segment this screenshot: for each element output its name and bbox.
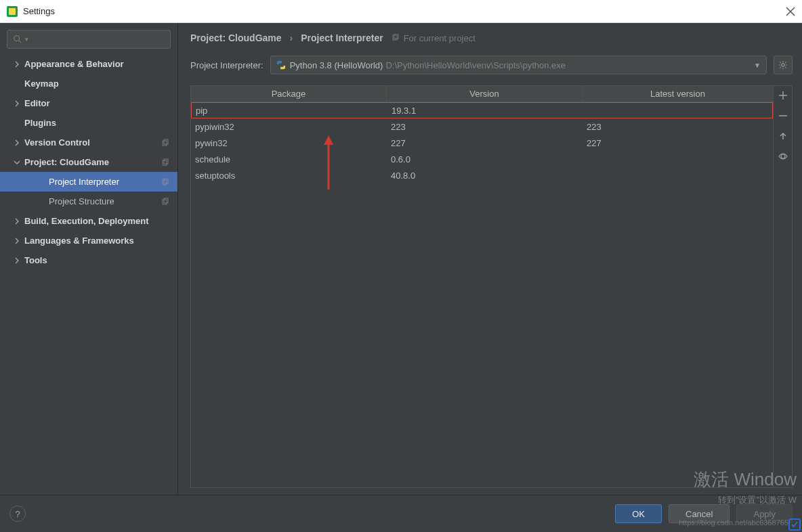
expand-icon: [14, 61, 20, 68]
copy-icon: [161, 139, 169, 147]
expand-icon: [14, 100, 20, 107]
sidebar-item-version-control[interactable]: Version Control: [0, 133, 177, 152]
window-title: Settings: [23, 6, 786, 16]
interpreter-label: Project Interpreter:: [190, 60, 263, 70]
svg-rect-8: [164, 198, 168, 203]
interpreter-name: Python 3.8 (HelloWorld): [290, 60, 383, 70]
interpreter-row: Project Interpreter: Python 3.8 (HelloWo…: [190, 56, 793, 74]
cell-package: pywin32: [191, 135, 387, 151]
titlebar: Settings: [0, 0, 802, 23]
svg-point-0: [14, 36, 20, 41]
cell-version: 0.6.0: [387, 151, 583, 167]
breadcrumb-project: Project: CloudGame: [190, 32, 282, 43]
nav-label: Build, Execution, Deployment: [24, 216, 148, 226]
packages-table: Package Version Latest version pip19.3.1…: [190, 85, 793, 488]
cell-version: 223: [387, 118, 583, 135]
sidebar-item-build-execution-deployment[interactable]: Build, Execution, Deployment: [0, 211, 177, 231]
chevron-down-icon: ▼: [754, 62, 761, 69]
th-latest[interactable]: Latest version: [583, 86, 773, 102]
th-package[interactable]: Package: [191, 86, 387, 102]
nav-label: Appearance & Behavior: [24, 59, 124, 69]
footer: ? OK Cancel Apply: [0, 495, 802, 532]
package-toolbar: [773, 86, 792, 487]
breadcrumb-page: Project Interpreter: [301, 32, 383, 43]
cell-package: schedule: [191, 151, 387, 167]
expand-icon: [14, 159, 20, 166]
sidebar-item-project-cloudgame[interactable]: Project: CloudGame: [0, 152, 177, 172]
svg-rect-4: [164, 159, 168, 164]
svg-rect-1: [163, 141, 167, 146]
sidebar-item-tools[interactable]: Tools: [0, 250, 177, 270]
sidebar-item-project-interpreter[interactable]: Project Interpreter: [0, 172, 177, 192]
table-body: pip19.3.1pypiwin32223223pywin32227227sch…: [191, 102, 773, 183]
table-row[interactable]: pywin32227227: [191, 135, 773, 151]
table-row[interactable]: pypiwin32223223: [191, 118, 773, 135]
corner-badge-icon: [788, 518, 801, 531]
nav-label: Version Control: [24, 137, 90, 148]
help-button[interactable]: ?: [9, 506, 26, 522]
cell-latest: [583, 103, 772, 118]
copy-icon: [161, 198, 169, 206]
cell-version: 227: [387, 135, 583, 151]
search-icon: [13, 35, 22, 44]
nav-label: Keymap: [24, 79, 59, 89]
cell-package: setuptools: [191, 167, 387, 183]
for-current-project-badge: For current project: [392, 33, 476, 43]
nav-label: Project Structure: [49, 196, 114, 206]
apply-button: Apply: [736, 504, 793, 523]
search-input[interactable]: ▾: [7, 30, 171, 49]
show-early-releases-button[interactable]: [778, 151, 788, 162]
copy-icon: [161, 158, 169, 167]
copy-icon: [161, 178, 169, 186]
sidebar: ▾ Appearance & BehaviorKeymapEditorPlugi…: [0, 23, 178, 495]
content: Project: CloudGame › Project Interpreter…: [178, 23, 802, 495]
ok-button[interactable]: OK: [615, 504, 662, 523]
copy-icon: [392, 34, 400, 42]
th-version[interactable]: Version: [387, 86, 583, 102]
cell-package: pypiwin32: [191, 118, 387, 135]
nav-label: Project Interpreter: [49, 177, 119, 187]
svg-rect-9: [393, 35, 397, 40]
cell-latest: 223: [583, 118, 773, 135]
svg-point-11: [782, 64, 784, 66]
cell-latest: [583, 151, 773, 167]
sidebar-item-languages-frameworks[interactable]: Languages & Frameworks: [0, 231, 177, 250]
nav-label: Plugins: [24, 118, 56, 128]
remove-package-button[interactable]: [778, 110, 788, 121]
cell-package: pip: [192, 103, 387, 118]
sidebar-item-appearance-behavior[interactable]: Appearance & Behavior: [0, 54, 177, 74]
nav-tree: Appearance & BehaviorKeymapEditorPlugins…: [0, 54, 177, 495]
sidebar-item-project-structure[interactable]: Project Structure: [0, 192, 177, 211]
gear-icon: [778, 60, 788, 70]
nav-label: Editor: [24, 98, 50, 108]
sidebar-item-plugins[interactable]: Plugins: [0, 113, 177, 133]
svg-rect-2: [164, 139, 168, 144]
breadcrumb: Project: CloudGame › Project Interpreter…: [190, 32, 793, 43]
svg-rect-7: [163, 200, 167, 204]
main: ▾ Appearance & BehaviorKeymapEditorPlugi…: [0, 23, 802, 495]
add-package-button[interactable]: [778, 90, 788, 101]
expand-icon: [14, 218, 20, 225]
table-row[interactable]: setuptools40.8.0: [191, 167, 773, 183]
close-icon[interactable]: [786, 7, 795, 16]
cell-latest: [583, 167, 773, 183]
nav-label: Tools: [24, 255, 47, 265]
interpreter-select[interactable]: Python 3.8 (HelloWorld) D:\Python\HelloW…: [270, 56, 767, 74]
cell-version: 40.8.0: [387, 167, 583, 183]
table-row[interactable]: schedule0.6.0: [191, 151, 773, 167]
app-icon: [7, 6, 18, 17]
upgrade-package-button[interactable]: [778, 131, 788, 141]
table-header: Package Version Latest version: [191, 86, 773, 102]
interpreter-settings-button[interactable]: [774, 56, 793, 74]
expand-icon: [14, 257, 20, 264]
cancel-button[interactable]: Cancel: [669, 504, 730, 523]
expand-icon: [14, 139, 20, 146]
cell-latest: 227: [583, 135, 773, 151]
sidebar-item-editor[interactable]: Editor: [0, 93, 177, 113]
cell-version: 19.3.1: [387, 103, 583, 118]
expand-icon: [14, 238, 20, 244]
nav-label: Project: CloudGame: [24, 157, 109, 167]
svg-rect-10: [394, 34, 398, 39]
table-row[interactable]: pip19.3.1: [191, 102, 773, 118]
sidebar-item-keymap[interactable]: Keymap: [0, 74, 177, 93]
